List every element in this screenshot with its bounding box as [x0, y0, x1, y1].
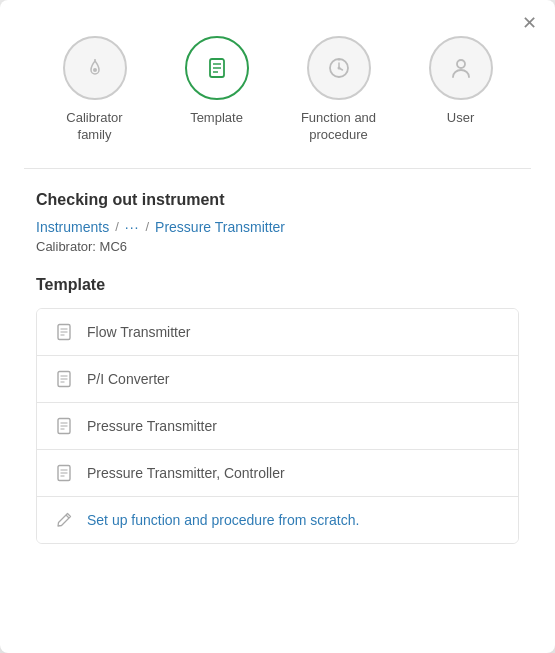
step-label-template: Template — [190, 110, 243, 127]
doc-icon-pressure-ctrl — [55, 464, 73, 482]
breadcrumb-sep-1: / — [115, 219, 119, 234]
step-label-function-procedure: Function and procedure — [294, 110, 384, 144]
template-subtitle: Template — [36, 276, 519, 294]
calibrator-info: Calibrator: MC6 — [36, 239, 519, 254]
breadcrumb-dots[interactable]: ··· — [125, 219, 140, 235]
modal: ✕ Calibrator family — [0, 0, 555, 653]
doc-icon-pressure — [55, 417, 73, 435]
doc-icon-pi — [55, 370, 73, 388]
template-label-scratch: Set up function and procedure from scrat… — [87, 512, 359, 528]
template-label-flow: Flow Transmitter — [87, 324, 190, 340]
doc-icon-flow — [55, 323, 73, 341]
step-calibrator-family[interactable]: Calibrator family — [50, 36, 140, 144]
template-item-flow[interactable]: Flow Transmitter — [37, 309, 518, 356]
step-circle-user — [429, 36, 493, 100]
template-list: Flow Transmitter P/I Converter — [36, 308, 519, 544]
svg-point-8 — [457, 60, 465, 68]
svg-point-0 — [93, 68, 97, 72]
template-label-pressure: Pressure Transmitter — [87, 418, 217, 434]
template-label-pressure-ctrl: Pressure Transmitter, Controller — [87, 465, 285, 481]
content-area: Checking out instrument Instruments / ··… — [0, 169, 555, 653]
breadcrumb: Instruments / ··· / Pressure Transmitter — [36, 219, 519, 235]
step-circle-calibrator-family — [63, 36, 127, 100]
section-heading: Checking out instrument — [36, 191, 519, 209]
step-circle-function-procedure — [307, 36, 371, 100]
template-label-pi: P/I Converter — [87, 371, 169, 387]
step-circle-template — [185, 36, 249, 100]
step-user[interactable]: User — [416, 36, 506, 144]
svg-point-7 — [337, 67, 340, 70]
step-template[interactable]: Template — [172, 36, 262, 144]
steps-bar: Calibrator family Template — [0, 0, 555, 168]
template-item-pi[interactable]: P/I Converter — [37, 356, 518, 403]
breadcrumb-instruments[interactable]: Instruments — [36, 219, 109, 235]
step-function-procedure[interactable]: Function and procedure — [294, 36, 384, 144]
pencil-icon — [55, 511, 73, 529]
breadcrumb-current: Pressure Transmitter — [155, 219, 285, 235]
step-label-user: User — [447, 110, 474, 127]
close-button[interactable]: ✕ — [522, 14, 537, 32]
breadcrumb-sep-2: / — [145, 219, 149, 234]
template-item-scratch[interactable]: Set up function and procedure from scrat… — [37, 497, 518, 543]
step-label-calibrator-family: Calibrator family — [50, 110, 140, 144]
template-item-pressure-ctrl[interactable]: Pressure Transmitter, Controller — [37, 450, 518, 497]
template-item-pressure[interactable]: Pressure Transmitter — [37, 403, 518, 450]
